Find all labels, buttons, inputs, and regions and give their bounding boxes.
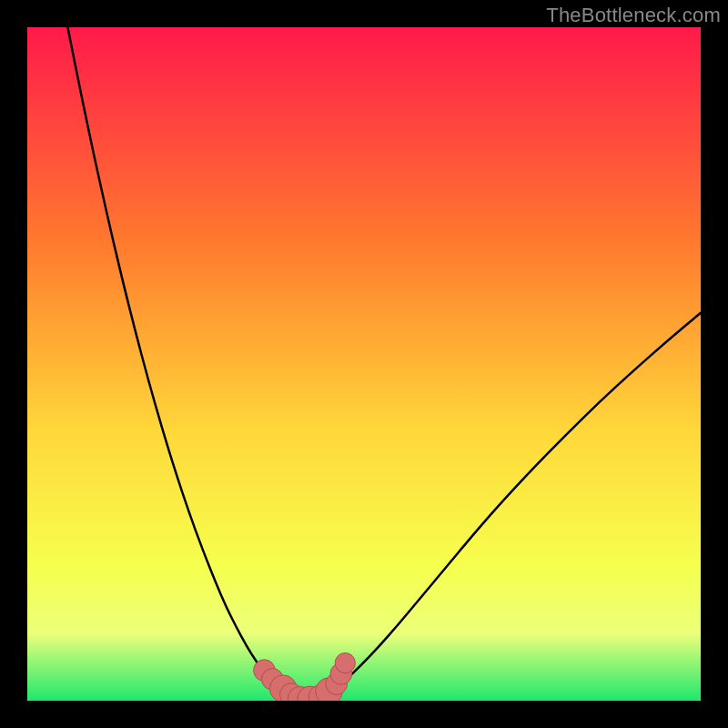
bottleneck-curve-chart bbox=[27, 27, 701, 701]
chart-frame: TheBottleneck.com bbox=[0, 0, 728, 728]
gradient-background bbox=[27, 27, 701, 701]
plot-area bbox=[27, 27, 701, 701]
watermark-text: TheBottleneck.com bbox=[546, 4, 721, 27]
data-marker bbox=[335, 652, 355, 672]
